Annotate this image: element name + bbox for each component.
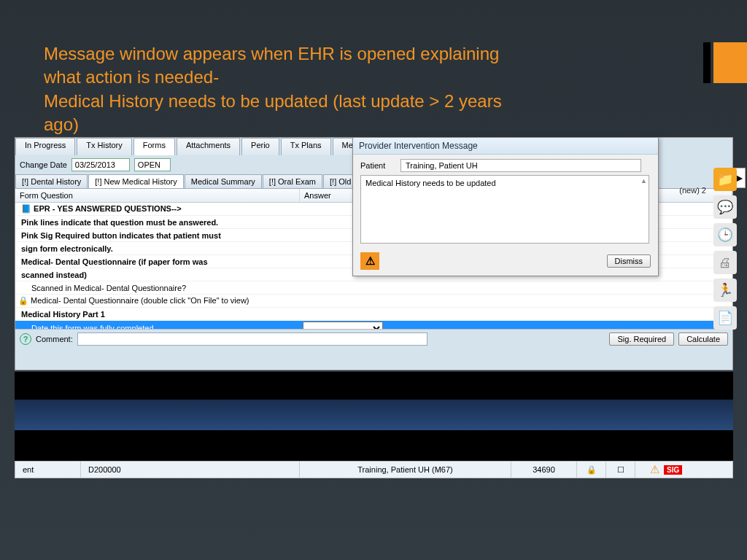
status-patient-name: Training, Patient UH (M67) [300,462,511,478]
form-footer-bar: ? Comment: Sig. Required Calculate [15,329,732,348]
status-input[interactable] [134,158,171,171]
decorative-stripes [15,372,733,461]
slide-title: Message window appears when EHR is opene… [44,42,540,137]
question-text: Pink lines indicate that question must b… [21,218,218,227]
warning-icon: ⚠ [360,252,379,270]
folder-add-icon[interactable]: 📁 [713,168,737,191]
tab-perio[interactable]: Perio [241,138,279,155]
help-icon[interactable]: ? [20,333,31,345]
subtab-new-medical-history[interactable]: [!] New Medical History [88,174,183,188]
lock-icon: 🔒 [18,296,31,305]
question-text: Scanned in Medical- Dental Questionnaire… [31,284,186,292]
question-text: Pink Sig Required button indicates that … [21,231,221,240]
sig-badge[interactable]: SIG [664,465,682,475]
new-record-label: (new) 2 [679,186,706,195]
status-bar: ent D200000 Training, Patient UH (M67) 3… [15,461,733,478]
calculate-button[interactable]: Calculate [678,332,728,346]
status-patient-id: D200000 [81,462,300,478]
popup-message-box: Medical History needs to be updated ▲ [360,175,649,244]
title-line-2: Medical History needs to be updated (las… [44,91,502,134]
subtab-dental-history[interactable]: [!] Dental History [15,174,88,188]
tab-forms[interactable]: Forms [133,138,175,155]
sig-required-button[interactable]: Sig. Required [609,332,674,346]
popup-patient-label: Patient [360,161,398,170]
book-icon: 📘 [21,204,34,213]
provider-intervention-popup: Provider Intervention Message Patient Tr… [352,137,659,276]
question-text: EPR - YES ANSWERED QUESTIONS--> [34,204,182,213]
form-row[interactable]: 🔒 Medical- Dental Questionnaire (double … [15,295,732,308]
change-date-input[interactable] [71,158,130,171]
comment-label: Comment: [36,335,73,343]
running-icon[interactable]: 🏃 [713,279,737,302]
side-toolbar: 📁 💬 🕒 🖨 🏃 📄 [711,168,740,330]
checkbox-icon[interactable]: ☐ [606,462,635,478]
header-form-question: Form Question [15,189,300,202]
scroll-up-icon[interactable]: ▲ [640,177,647,184]
dismiss-button[interactable]: Dismiss [607,254,651,268]
status-cell-1: ent [15,462,81,478]
comment-input[interactable] [77,332,427,346]
status-chart-no: 34690 [511,462,577,478]
tab-in-progress[interactable]: In Progress [15,138,75,155]
print-icon[interactable]: 🖨 [713,251,737,274]
question-text: Medical- Dental Questionnaire (double cl… [31,296,249,305]
tab-attachments[interactable]: Attachments [177,138,240,155]
popup-title: Provider Intervention Message [353,138,658,155]
question-text: Medical- Dental Questionnaire (if paper … [21,257,208,266]
form-row[interactable]: Medical History Part 1 [15,308,732,321]
question-text: scanned instead) [21,271,87,279]
popup-message-text: Medical History needs to be updated [365,179,496,187]
title-line-1: Message window appears when EHR is opene… [44,44,499,87]
accent-decoration [713,42,747,83]
chat-icon[interactable]: 💬 [713,195,737,219]
tab-tx-plans[interactable]: Tx Plans [281,138,331,155]
ehr-application-window: In Progress Tx History Forms Attachments… [15,137,733,370]
change-date-label: Change Date [20,160,67,169]
popup-patient-value: Training, Patient UH [400,159,641,172]
lock-icon[interactable]: 🔒 [577,462,606,478]
subtab-oral-exam[interactable]: [!] Oral Exam [263,174,322,188]
question-text: Medical History Part 1 [21,310,105,319]
status-warning-icon: ⚠ [650,463,659,476]
subtab-medical-summary[interactable]: Medical Summary [185,174,262,188]
question-text: sign form electronically. [21,244,113,253]
clock-icon[interactable]: 🕒 [713,223,737,246]
tab-tx-history[interactable]: Tx History [77,138,132,155]
form-row[interactable]: Scanned in Medical- Dental Questionnaire… [15,281,732,295]
document-pause-icon[interactable]: 📄 [713,306,737,330]
